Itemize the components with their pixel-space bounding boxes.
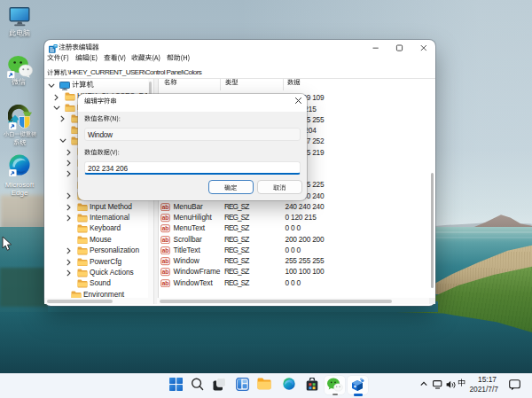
svg-text:ab: ab (162, 247, 169, 254)
svg-text:ab: ab (162, 204, 169, 210)
svg-text:ab: ab (162, 258, 169, 264)
svg-text:ab: ab (162, 215, 169, 221)
svg-text:ab: ab (162, 237, 169, 243)
svg-text:ab: ab (162, 225, 169, 231)
svg-text:ab: ab (162, 280, 169, 286)
svg-text:ab: ab (162, 269, 169, 275)
